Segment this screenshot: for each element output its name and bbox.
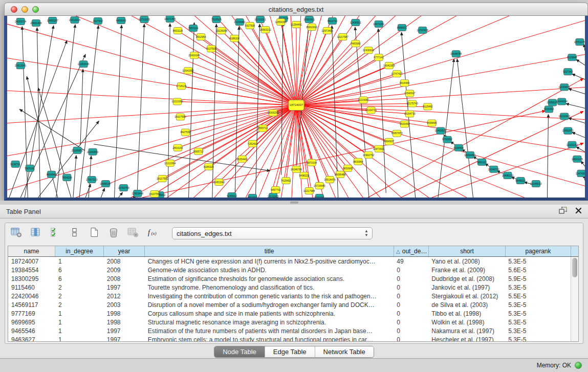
graph-node[interactable]: 16099488 [334,171,346,178]
cell-out_degree[interactable]: 0 [394,336,428,342]
graph-node[interactable]: 9327508 [245,23,255,29]
graph-node[interactable]: 20513041 [15,62,27,69]
graph-node[interactable]: 12175743 [406,100,418,107]
cell-name[interactable]: 18724007 [8,258,55,265]
cell-pagerank[interactable]: 5.6E-5 [505,267,571,274]
cell-short[interactable]: Wolkin et al. (1998) [428,319,505,326]
graph-node[interactable]: 21053346 [78,61,90,68]
graph-node[interactable]: 16094461 [464,151,476,158]
cell-year[interactable]: 2008 [104,258,145,265]
cell-short[interactable]: Jankovic et al. (1997) [428,284,505,291]
graph-node[interactable]: 23313104 [69,17,81,24]
cell-out_degree[interactable]: 0 [394,267,428,274]
graph-node[interactable]: 5905191 [25,165,35,171]
graph-node[interactable]: 16963910 [306,24,318,31]
cell-out_degree[interactable]: 0 [394,284,428,291]
graph-node[interactable]: 8186328 [229,35,239,42]
graph-node[interactable]: 9131401 [315,194,325,198]
graph-node[interactable]: 12093872 [559,84,571,91]
graph-node[interactable]: 8996931 [397,25,407,31]
cell-year[interactable]: 1997 [104,284,145,291]
graph-node[interactable]: 12554391 [275,19,287,26]
graph-node[interactable]: 12973403 [321,28,333,34]
graph-node[interactable]: 9127509 [206,46,216,52]
cell-out_degree[interactable]: 0 [394,293,428,300]
column-header-name[interactable]: name [8,246,55,256]
graph-node[interactable]: 16107550 [149,190,161,197]
graph-node[interactable]: 9115460 [423,103,432,110]
graph-node[interactable]: 15154480 [234,19,246,26]
graph-node[interactable]: 16563212 [259,27,271,33]
cell-in_degree[interactable]: 6 [55,275,104,282]
graph-node[interactable]: 12103192 [567,141,578,148]
graph-node[interactable]: 8427552 [181,129,191,136]
window-titlebar[interactable]: citations_edges.txt [4,3,588,16]
cell-short[interactable]: de Silva et al. (2003) [428,301,505,309]
cell-name[interactable]: 22420046 [8,293,55,300]
cell-in_degree[interactable]: 2 [55,284,104,291]
cell-out_degree[interactable]: 0 [394,301,428,309]
graph-node[interactable]: 12430912 [363,47,375,54]
cell-title[interactable]: Estimation of the future numbers of pati… [145,327,394,335]
graph-node[interactable]: 12453342 [213,179,225,185]
graph-node[interactable]: 8777141 [374,54,384,61]
row-selection-button[interactable] [49,228,61,239]
cell-in_degree[interactable]: 1 [55,319,104,326]
graph-node[interactable]: 12474301 [576,170,585,177]
cell-short[interactable]: Hescheler et al. (1997) [428,336,505,342]
cell-title[interactable]: Structural magnetic resonance image aver… [145,319,394,326]
graph-node[interactable]: 7515526 [211,16,222,23]
cell-pagerank[interactable]: 5.3E-5 [505,258,571,265]
cell-short[interactable]: Stergiakouli et al. (2012) [428,293,505,300]
cell-title[interactable]: Changes of HCN gene expression and I(f) … [145,258,394,265]
graph-node[interactable]: 25160650 [72,147,83,154]
graph-node[interactable]: 14671355 [164,16,176,23]
graph-node[interactable]: 7252402 [248,140,258,147]
graph-node[interactable]: 5873334 [307,159,317,166]
graph-node[interactable]: 10543392 [182,68,194,74]
table-row[interactable]: 946554611997Estimation of the future num… [8,326,571,335]
graph-node[interactable]: 9457791 [271,186,281,193]
graph-node[interactable]: 16496123 [502,172,514,179]
cell-name[interactable]: 9463627 [8,336,55,342]
table-scrollbar[interactable] [571,257,578,341]
graph-node[interactable]: 7654239 [62,174,72,181]
graph-node[interactable]: 12213393 [171,98,183,105]
cell-pagerank[interactable]: 5.3E-5 [505,336,571,342]
graph-node[interactable]: 16046786 [291,166,302,172]
cell-pagerank[interactable]: 5.3E-5 [505,284,571,291]
column-header-out_degree[interactable]: △out_de… [394,246,429,256]
graph-node[interactable]: 8996937 [384,138,395,145]
graph-node[interactable]: 8601128 [173,28,183,34]
graph-node[interactable]: 9565713 [258,125,268,132]
graph-node[interactable]: 9227343 [563,69,573,75]
cell-in_degree[interactable]: 2 [55,301,104,309]
graph-node[interactable]: 18107551 [157,175,168,182]
cell-title[interactable]: Genome-wide association studies in ADHD. [145,267,394,274]
graph-node[interactable]: 9830965 [343,165,353,171]
cell-name[interactable]: 19384554 [8,267,55,274]
cell-title[interactable]: Investigating the contribution of common… [145,293,394,300]
rows-button[interactable] [69,228,81,239]
cell-pagerank[interactable]: 5.3E-5 [505,319,571,326]
graph-node[interactable]: 24055724 [15,18,27,25]
graph-node[interactable]: 16164730 [404,111,416,117]
column-header-pagerank[interactable]: pagerank [506,246,571,256]
graph-node[interactable]: 10747428 [417,27,429,34]
graph-node[interactable]: 7483083 [351,40,361,47]
cell-year[interactable]: 2012 [104,293,145,300]
cell-in_degree[interactable]: 1 [55,258,104,265]
graph-node[interactable]: 12216087 [358,97,369,103]
graph-node[interactable]: 9699695 [427,120,437,126]
graph-node[interactable]: 9565712 [193,148,204,155]
cell-short[interactable]: Nakamura et al. (1997) [428,327,505,335]
graph-node[interactable]: 15716485 [314,182,325,189]
graph-node[interactable]: 12444194 [556,98,568,105]
hub-node[interactable]: 18724007 [289,100,304,110]
graph-node[interactable]: 12923448 [132,190,144,196]
graph-node[interactable]: 18300295 [267,110,279,116]
table-row[interactable]: 911546021997Tourette syndrome. Phenomeno… [8,283,571,292]
graph-node[interactable]: 8604941 [47,171,57,178]
graph-node[interactable]: 9136731 [10,161,20,167]
graph-node[interactable]: 16164731 [365,107,377,114]
